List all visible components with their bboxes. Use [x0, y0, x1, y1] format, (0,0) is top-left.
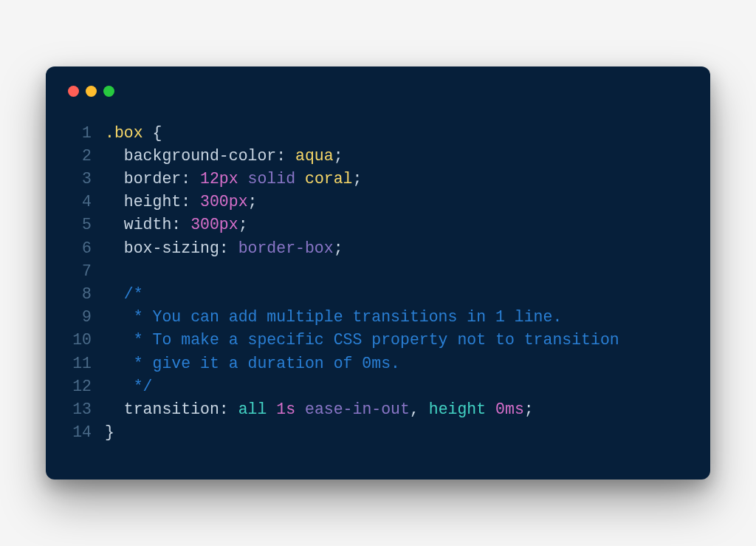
line-number: 8 — [66, 283, 105, 306]
code-token — [105, 378, 134, 395]
line-number: 4 — [66, 191, 105, 214]
code-token: 300px — [190, 216, 238, 233]
line-number: 5 — [66, 214, 105, 236]
line-content: * You can add multiple transitions in 1 … — [105, 306, 562, 329]
line-number: 1 — [66, 122, 105, 145]
code-line: 2 background-color: aqua; — [66, 145, 690, 168]
code-token — [238, 170, 248, 188]
code-line: 11 * give it a duration of 0ms. — [66, 352, 690, 375]
code-line: 9 * You can add multiple transitions in … — [66, 306, 690, 329]
line-content: /* — [105, 283, 143, 306]
window-titlebar — [66, 84, 690, 122]
code-window: 1.box {2 background-color: aqua;3 border… — [46, 66, 710, 480]
line-number: 13 — [66, 398, 105, 421]
code-token: ; — [353, 170, 362, 188]
code-block: 1.box {2 background-color: aqua;3 border… — [66, 122, 690, 444]
code-token — [105, 147, 124, 165]
code-token: : — [219, 400, 238, 418]
code-line: 13 transition: all 1s ease-in-out, heigh… — [66, 398, 690, 421]
code-line: 3 border: 12px solid coral; — [66, 168, 690, 191]
code-token: 1s — [276, 400, 295, 418]
code-token: coral — [305, 170, 353, 188]
code-token: : — [181, 193, 200, 211]
code-token: solid — [248, 170, 296, 188]
code-token: * give it a duration of 0ms. — [134, 355, 400, 372]
line-content: } — [105, 421, 114, 444]
line-content: background-color: aqua; — [105, 145, 343, 168]
code-token: } — [105, 423, 114, 441]
code-token: 0ms — [495, 400, 524, 418]
window-close-icon[interactable] — [68, 86, 79, 97]
line-number: 7 — [66, 260, 105, 283]
code-token — [486, 400, 495, 418]
code-token: all — [238, 400, 267, 418]
code-token: : — [276, 147, 295, 165]
code-token — [295, 400, 305, 418]
code-token: /* — [124, 285, 143, 303]
line-number: 11 — [66, 352, 105, 375]
code-line: 14} — [66, 421, 690, 444]
code-token: transition — [124, 400, 219, 418]
code-token — [105, 170, 124, 188]
window-zoom-icon[interactable] — [103, 86, 114, 97]
code-token — [105, 308, 134, 326]
code-line: 10 * To make a specific CSS property not… — [66, 329, 690, 352]
code-token: 300px — [200, 193, 248, 211]
line-content: * give it a duration of 0ms. — [105, 352, 400, 375]
line-number: 9 — [66, 306, 105, 329]
line-content: border: 12px solid coral; — [105, 168, 362, 191]
code-token: : — [181, 170, 200, 188]
code-token: height — [429, 400, 486, 418]
code-token: 12px — [200, 170, 238, 188]
code-token: { — [143, 124, 162, 142]
line-number: 14 — [66, 421, 105, 444]
code-token: ; — [248, 193, 258, 211]
code-line: 5 width: 300px; — [66, 214, 690, 236]
line-content: transition: all 1s ease-in-out, height 0… — [105, 398, 534, 421]
code-token: .box — [105, 124, 143, 142]
line-number: 3 — [66, 168, 105, 191]
code-token — [105, 239, 124, 257]
code-token: box-sizing — [124, 239, 219, 257]
line-content: .box { — [105, 122, 162, 145]
code-token: : — [171, 216, 190, 233]
code-token: border — [124, 170, 181, 188]
code-token: */ — [134, 378, 153, 395]
code-token: * You can add multiple transitions in 1 … — [134, 308, 563, 326]
code-line: 1.box { — [66, 122, 690, 145]
code-token — [267, 400, 276, 418]
code-line: 8 /* — [66, 283, 690, 306]
line-content: * To make a specific CSS property not to… — [105, 329, 619, 352]
code-token — [105, 285, 124, 303]
line-content: width: 300px; — [105, 214, 248, 236]
line-content: */ — [105, 375, 153, 398]
code-token — [105, 400, 124, 418]
code-token: width — [124, 216, 172, 233]
code-line: 6 box-sizing: border-box; — [66, 237, 690, 260]
code-token: ; — [334, 147, 343, 165]
code-token — [105, 216, 124, 233]
code-token — [295, 170, 305, 188]
code-token: : — [219, 239, 238, 257]
code-token: background-color — [124, 147, 276, 165]
code-line: 7 — [66, 260, 690, 283]
code-line: 4 height: 300px; — [66, 191, 690, 214]
code-token: ease-in-out — [305, 400, 410, 418]
code-token: aqua — [295, 147, 334, 165]
code-token: border-box — [238, 239, 334, 257]
line-number: 12 — [66, 375, 105, 398]
code-token: ; — [334, 239, 343, 257]
code-token: , — [410, 400, 429, 418]
line-content: box-sizing: border-box; — [105, 237, 343, 260]
code-token — [105, 193, 124, 211]
code-token — [105, 355, 134, 372]
line-number: 6 — [66, 237, 105, 260]
line-content: height: 300px; — [105, 191, 257, 214]
code-token: ; — [524, 400, 534, 418]
code-token — [105, 331, 134, 349]
code-token: ; — [238, 216, 248, 233]
line-number: 2 — [66, 145, 105, 168]
window-minimize-icon[interactable] — [86, 86, 97, 97]
code-token: height — [124, 193, 181, 211]
line-number: 10 — [66, 329, 105, 352]
